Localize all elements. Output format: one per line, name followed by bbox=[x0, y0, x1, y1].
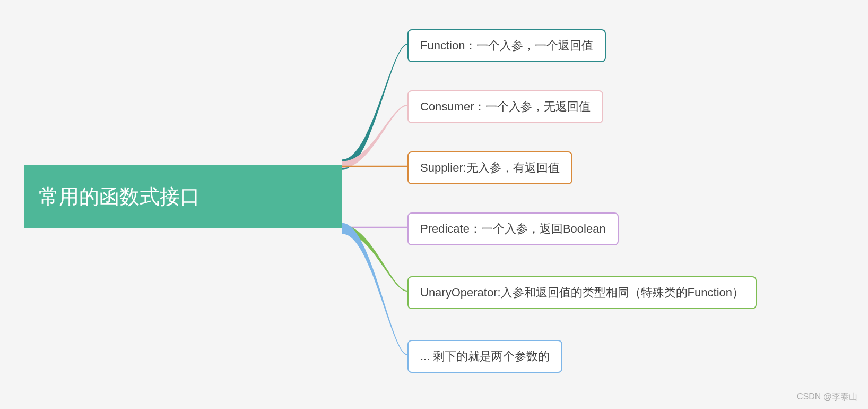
leaf-label: Consumer：一个入参，无返回值 bbox=[420, 100, 591, 113]
leaf-node[interactable]: UnaryOperator:入参和返回值的类型相同（特殊类的Function） bbox=[407, 276, 757, 309]
leaf-label: Function：一个入参，一个返回值 bbox=[420, 39, 593, 52]
connector bbox=[342, 223, 407, 355]
root-label: 常用的函数式接口 bbox=[39, 183, 200, 210]
mindmap-canvas: 常用的函数式接口 CSDN @李泰山 Function：一个入参，一个返回值Co… bbox=[0, 0, 868, 409]
leaf-node[interactable]: Supplier:无入参，有返回值 bbox=[407, 151, 572, 184]
connector bbox=[342, 225, 407, 292]
leaf-node[interactable]: Function：一个入参，一个返回值 bbox=[407, 29, 606, 62]
connector bbox=[342, 44, 407, 170]
leaf-node[interactable]: Predicate：一个入参，返回Boolean bbox=[407, 212, 619, 245]
leaf-node[interactable]: ... 剩下的就是两个参数的 bbox=[407, 340, 562, 373]
leaf-label: ... 剩下的就是两个参数的 bbox=[420, 350, 550, 363]
root-node[interactable]: 常用的函数式接口 bbox=[24, 165, 342, 228]
leaf-node[interactable]: Consumer：一个入参，无返回值 bbox=[407, 90, 603, 123]
leaf-label: Predicate：一个入参，返回Boolean bbox=[420, 222, 606, 235]
leaf-label: UnaryOperator:入参和返回值的类型相同（特殊类的Function） bbox=[420, 286, 744, 299]
watermark: CSDN @李泰山 bbox=[797, 391, 857, 403]
leaf-label: Supplier:无入参，有返回值 bbox=[420, 161, 560, 174]
connector bbox=[342, 105, 407, 168]
